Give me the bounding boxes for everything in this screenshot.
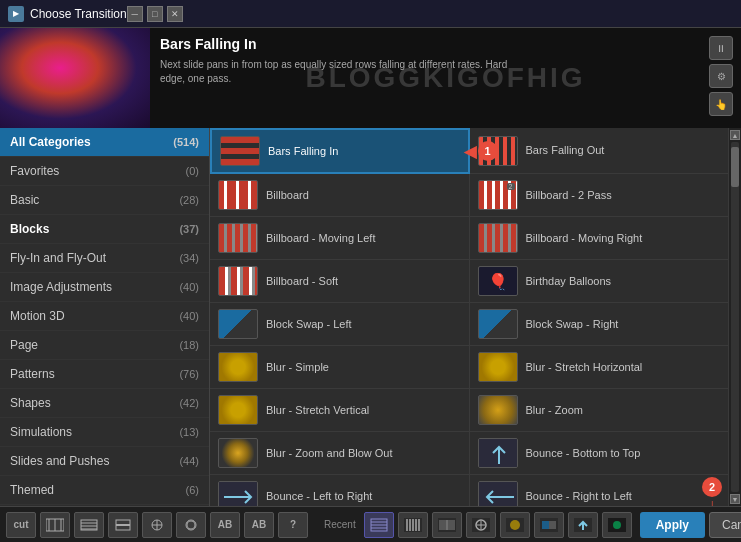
toolbar-icon-3[interactable]	[108, 512, 138, 538]
transition-thumb-billboard-soft	[218, 266, 258, 296]
maximize-button[interactable]: □	[147, 6, 163, 22]
transition-thumb-billboard-moving-left	[218, 223, 258, 253]
transition-item-blur-stretch-h[interactable]: Blur - Stretch Horizontal	[470, 346, 730, 389]
bottom-toolbar: cut AB AB	[0, 506, 741, 542]
transition-item-bounce-left-right[interactable]: Bounce - Left to Right	[210, 475, 470, 506]
toolbar-icon-2[interactable]	[74, 512, 104, 538]
transition-thumb-blur-simple	[218, 352, 258, 382]
toolbar-icon-4[interactable]	[142, 512, 172, 538]
recent-transition-3[interactable]	[432, 512, 462, 538]
sidebar-count-slides: (44)	[179, 455, 199, 467]
transition-item-billboard-soft[interactable]: Billboard - Soft	[210, 260, 470, 303]
transition-item-billboard-moving-left[interactable]: Billboard - Moving Left	[210, 217, 470, 260]
transition-thumb-billboard-moving-right	[478, 223, 518, 253]
sidebar-label-page: Page	[10, 338, 38, 352]
sidebar-count-patterns: (76)	[179, 368, 199, 380]
recent-transition-4[interactable]	[466, 512, 496, 538]
transition-thumb-blur-stretch-v	[218, 395, 258, 425]
sidebar-item-fly[interactable]: Fly-In and Fly-Out (34)	[0, 244, 209, 273]
scrollbar-up[interactable]: ▲	[730, 130, 740, 140]
pointer-button[interactable]: 👆	[709, 92, 733, 116]
cancel-button[interactable]: Cancel	[709, 512, 741, 538]
sidebar-label-blocks: Blocks	[10, 222, 49, 236]
toolbar-ab-1[interactable]: AB	[210, 512, 240, 538]
transitions-panel[interactable]: Bars Falling In ◀ 1 Bars Falling Out Bil…	[210, 128, 729, 506]
transition-item-bounce-bottom-top[interactable]: Bounce - Bottom to Top	[470, 432, 730, 475]
transition-name-blur-zoom: Blur - Zoom	[526, 403, 583, 417]
recent-transition-1[interactable]	[364, 512, 394, 538]
transition-name-bars-falling-out: Bars Falling Out	[526, 143, 605, 157]
scrollbar[interactable]: ▲ ▼	[729, 128, 741, 506]
recent-transition-8[interactable]	[602, 512, 632, 538]
settings-button[interactable]: ⚙	[709, 64, 733, 88]
sidebar-count-themed: (6)	[186, 484, 199, 496]
annotation-badge-1: 1	[478, 141, 498, 161]
pause-button[interactable]: ⏸	[709, 36, 733, 60]
sidebar-count-fly: (34)	[179, 252, 199, 264]
transition-item-block-swap-left[interactable]: Block Swap - Left	[210, 303, 470, 346]
recent-transition-5[interactable]	[500, 512, 530, 538]
scrollbar-down[interactable]: ▼	[730, 494, 740, 504]
recent-transition-7[interactable]	[568, 512, 598, 538]
sidebar-item-all[interactable]: All Categories (514)	[0, 128, 209, 157]
transition-item-billboard-moving-right[interactable]: Billboard - Moving Right	[470, 217, 730, 260]
transition-thumb-bounce-right-left	[478, 481, 518, 506]
sidebar-item-image[interactable]: Image Adjustments (40)	[0, 273, 209, 302]
sidebar-item-themed[interactable]: Themed (6)	[0, 476, 209, 505]
recent-transition-6[interactable]	[534, 512, 564, 538]
transition-item-blur-stretch-v[interactable]: Blur - Stretch Vertical	[210, 389, 470, 432]
sidebar-item-simulations[interactable]: Simulations (13)	[0, 418, 209, 447]
sidebar-item-basic[interactable]: Basic (28)	[0, 186, 209, 215]
close-button[interactable]: ✕	[167, 6, 183, 22]
transition-name-billboard-2pass: Billboard - 2 Pass	[526, 188, 612, 202]
sidebar-item-patterns[interactable]: Patterns (76)	[0, 360, 209, 389]
transition-item-block-swap-right[interactable]: Block Swap - Right	[470, 303, 730, 346]
sidebar-count-basic: (28)	[179, 194, 199, 206]
transition-name-billboard-moving-left: Billboard - Moving Left	[266, 231, 375, 245]
cut-button[interactable]: cut	[6, 512, 36, 538]
minimize-button[interactable]: ─	[127, 6, 143, 22]
toolbar-ab-2[interactable]: AB	[244, 512, 274, 538]
sidebar-label-simulations: Simulations	[10, 425, 72, 439]
transition-name-billboard-soft: Billboard - Soft	[266, 274, 338, 288]
transition-item-blur-zoom-blow[interactable]: Blur - Zoom and Blow Out	[210, 432, 470, 475]
transition-item-bars-falling-out[interactable]: Bars Falling Out	[470, 128, 730, 174]
preview-transition-name: Bars Falling In	[160, 36, 256, 52]
transition-thumb-billboard	[218, 180, 258, 210]
transition-thumb-bounce-bottom-top	[478, 438, 518, 468]
sidebar-count-motion3d: (40)	[179, 310, 199, 322]
transition-name-bounce-left-right: Bounce - Left to Right	[266, 489, 372, 503]
sidebar-item-page[interactable]: Page (18)	[0, 331, 209, 360]
sidebar-count-favorites: (0)	[186, 165, 199, 177]
transition-item-bars-falling-in[interactable]: Bars Falling In ◀ 1	[210, 128, 470, 174]
sidebar-item-favorites[interactable]: Favorites (0)	[0, 157, 209, 186]
svg-rect-39	[542, 521, 549, 529]
transition-thumb-block-swap-right	[478, 309, 518, 339]
transition-name-billboard-moving-right: Billboard - Moving Right	[526, 231, 643, 245]
sidebar-count-simulations: (13)	[179, 426, 199, 438]
transition-item-billboard[interactable]: Billboard	[210, 174, 470, 217]
sidebar-label-fly: Fly-In and Fly-Out	[10, 251, 106, 265]
toolbar-icon-1[interactable]	[40, 512, 70, 538]
transition-name-billboard: Billboard	[266, 188, 309, 202]
transition-item-birthday-balloons[interactable]: 🎈 Birthday Balloons	[470, 260, 730, 303]
transition-thumb-blur-zoom	[478, 395, 518, 425]
apply-button[interactable]: Apply	[640, 512, 705, 538]
sidebar-item-slides[interactable]: Slides and Pushes (44)	[0, 447, 209, 476]
transition-thumb-bars-falling-in	[220, 136, 260, 166]
toolbar-question[interactable]: ?	[278, 512, 308, 538]
scrollbar-thumb[interactable]	[731, 147, 739, 187]
sidebar-count-all: (514)	[173, 136, 199, 148]
transition-item-blur-simple[interactable]: Blur - Simple	[210, 346, 470, 389]
transition-item-bounce-right-left[interactable]: Bounce - Right to Left 2 ↓	[470, 475, 730, 506]
transition-item-blur-zoom[interactable]: Blur - Zoom	[470, 389, 730, 432]
scrollbar-track-area[interactable]	[731, 142, 739, 492]
transition-item-billboard-2pass[interactable]: 2 Billboard - 2 Pass	[470, 174, 730, 217]
sidebar-item-motion3d[interactable]: Motion 3D (40)	[0, 302, 209, 331]
toolbar-icon-5[interactable]	[176, 512, 206, 538]
preview-description: Next slide pans in from top as equally s…	[160, 58, 510, 86]
sidebar-label-patterns: Patterns	[10, 367, 55, 381]
sidebar-item-blocks[interactable]: Blocks (37)	[0, 215, 209, 244]
sidebar-item-shapes[interactable]: Shapes (42)	[0, 389, 209, 418]
recent-transition-2[interactable]	[398, 512, 428, 538]
